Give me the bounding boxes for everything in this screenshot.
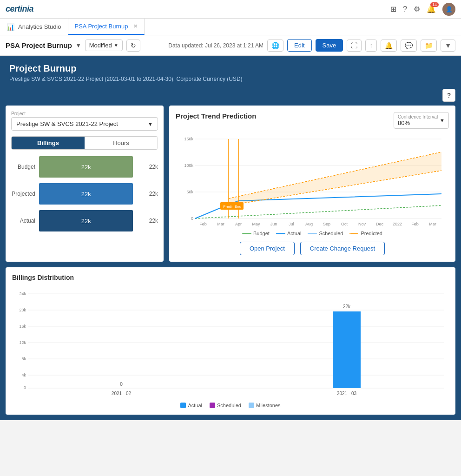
svg-text:Dec: Dec <box>376 222 384 226</box>
tab-burnup[interactable]: PSA Project Burnup ✕ <box>68 19 145 35</box>
svg-text:20k: 20k <box>19 308 26 312</box>
svg-text:Nov: Nov <box>358 222 366 226</box>
legend-scheduled: Scheduled <box>308 231 343 236</box>
projected-bar-track: 22k <box>39 183 141 205</box>
help-float-button[interactable]: ? <box>442 89 455 102</box>
tab-billings[interactable]: Billings <box>12 137 85 149</box>
dashboard: Project Burnup Prestige SW & SVCS 2021-2… <box>0 56 461 420</box>
top-nav: certinia ⊞ ? ⚙ 🔔 14 👤 <box>0 0 461 19</box>
message-icon[interactable]: 💬 <box>401 40 417 52</box>
legend-predicted: Predicted <box>349 231 382 236</box>
bell-icon[interactable]: 🔔 14 <box>427 5 436 13</box>
tab-analytics[interactable]: 📊 Analytics Studio <box>0 19 68 35</box>
svg-text:2022: 2022 <box>393 222 402 226</box>
left-panel: Project Prestige SW & SVCS 2021-22 Proje… <box>6 106 164 262</box>
svg-text:22k: 22k <box>343 304 351 309</box>
svg-text:Apr: Apr <box>235 222 242 226</box>
open-project-button[interactable]: Open Project <box>240 242 295 255</box>
refresh-button[interactable]: ↻ <box>126 40 140 52</box>
bar-chart: Budget 22k 22k Projected 22k <box>11 156 158 231</box>
distribution-legend: Actual Scheduled Milestones <box>12 403 449 408</box>
legend-scheduled-dist: Scheduled <box>210 403 241 408</box>
distribution-chart: 24k 20k 16k 12k 8k 4k 0 2021 <box>12 286 449 399</box>
legend-scheduled-dist-label: Scheduled <box>217 403 241 408</box>
legend-scheduled-label: Scheduled <box>319 231 343 236</box>
svg-text:Sep: Sep <box>323 222 330 226</box>
budget-bar: 22k <box>39 156 133 178</box>
expand-icon[interactable]: ⛶ <box>347 40 362 52</box>
svg-text:Mar: Mar <box>429 222 436 226</box>
modified-label: Modified <box>89 42 112 49</box>
modified-dropdown[interactable]: Modified ▼ <box>85 40 123 51</box>
project-label: Project <box>11 111 158 116</box>
svg-text:4k: 4k <box>21 373 26 377</box>
create-change-request-button[interactable]: Create Change Request <box>300 242 385 255</box>
projected-end-label: 22k <box>145 191 158 197</box>
svg-text:50k: 50k <box>186 190 193 194</box>
project-select[interactable]: Prestige SW & SVCS 2021-22 Project ▼ <box>11 117 158 131</box>
svg-text:Feb: Feb <box>411 222 419 226</box>
analytics-icon: 📊 <box>7 23 14 31</box>
bottom-panel: Billings Distribution 24k 20k 16k 12k 8k… <box>6 267 455 415</box>
svg-text:2021 - 02: 2021 - 02 <box>112 391 132 396</box>
legend-actual-dist-label: Actual <box>188 403 202 408</box>
svg-text:100k: 100k <box>184 163 193 168</box>
legend-actual-dist: Actual <box>180 403 202 408</box>
project-select-value: Prestige SW & SVCS 2021-22 Project <box>16 120 118 127</box>
budget-end-label: 22k <box>145 164 158 170</box>
legend-actual-label: Actual <box>287 231 302 236</box>
svg-text:Feb: Feb <box>199 222 207 226</box>
svg-text:Oct: Oct <box>341 222 348 226</box>
help-icon[interactable]: ? <box>403 5 407 13</box>
dist-bar-actual <box>333 311 361 388</box>
legend-milestones-dist-label: Milestones <box>256 403 281 408</box>
trend-legend: Budget Actual Scheduled Predicted <box>176 231 449 236</box>
svg-text:0: 0 <box>191 216 193 221</box>
grid-icon[interactable]: ⊞ <box>390 5 396 13</box>
dashboard-body: ? Project Prestige SW & SVCS 2021-22 Pro… <box>0 89 461 420</box>
legend-predicted-label: Predicted <box>361 231 382 236</box>
settings-icon[interactable]: ⚙ <box>414 5 420 13</box>
top-nav-right: ⊞ ? ⚙ 🔔 14 👤 <box>390 3 455 16</box>
dashboard-title: Project Burnup <box>9 63 452 74</box>
logo: certinia <box>6 4 33 14</box>
dashboard-subtitle: Prestige SW & SVCS 2021-22 Project (2021… <box>9 76 452 82</box>
confidence-dropdown[interactable]: Confidence Interval 80% ▼ <box>394 112 449 129</box>
app-tab-bar: 📊 Analytics Studio PSA Project Burnup ✕ <box>0 19 461 35</box>
projected-label: Projected <box>11 191 35 197</box>
trend-svg: 150k 100k 50k 0 Feb Mar Apr May <box>176 133 449 226</box>
confidence-chevron-icon: ▼ <box>440 118 445 123</box>
tab-analytics-label: Analytics Studio <box>18 23 61 30</box>
share-icon[interactable]: ↑ <box>365 40 377 52</box>
svg-text:Jul: Jul <box>289 222 294 226</box>
legend-actual: Actual <box>276 231 302 236</box>
bell-small-icon[interactable]: 🔔 <box>381 40 397 52</box>
svg-text:0: 0 <box>120 382 123 387</box>
edit-button[interactable]: Edit <box>287 39 311 52</box>
svg-text:8k: 8k <box>21 357 26 361</box>
scheduled-sq-icon <box>210 403 215 408</box>
budget-bar-track: 22k <box>39 156 141 178</box>
svg-text:2021 - 03: 2021 - 03 <box>337 391 357 396</box>
data-updated-text: Data updated: Jul 26, 2023 at 1:21 AM <box>168 42 263 49</box>
user-avatar[interactable]: 👤 <box>442 3 455 16</box>
logo-area: certinia <box>6 4 33 14</box>
more-icon[interactable]: ▼ <box>441 40 455 52</box>
bar-row-budget: Budget 22k 22k <box>11 156 158 178</box>
svg-text:End: End <box>235 205 241 209</box>
billings-hours-tabs: Billings Hours <box>11 136 158 150</box>
action-bar-right: Data updated: Jul 26, 2023 at 1:21 AM 🌐 … <box>168 39 455 52</box>
dist-svg: 24k 20k 16k 12k 8k 4k 0 2021 <box>12 286 449 397</box>
close-icon[interactable]: ✕ <box>133 23 138 29</box>
globe-icon[interactable]: 🌐 <box>267 40 283 52</box>
tab-hours[interactable]: Hours <box>85 137 158 149</box>
svg-text:May: May <box>252 222 260 226</box>
legend-milestones-dist: Milestones <box>249 403 281 408</box>
confidence-value: 80% <box>398 119 438 126</box>
save-button[interactable]: Save <box>316 39 343 52</box>
action-bar-left: PSA Project Burnup ▼ Modified ▼ ↻ <box>6 40 140 52</box>
panel-header-row: Project Trend Prediction Confidence Inte… <box>176 112 449 129</box>
billings-dist-title: Billings Distribution <box>12 274 449 281</box>
legend-budget: Budget <box>242 231 270 236</box>
folder-icon[interactable]: 📁 <box>421 40 437 52</box>
